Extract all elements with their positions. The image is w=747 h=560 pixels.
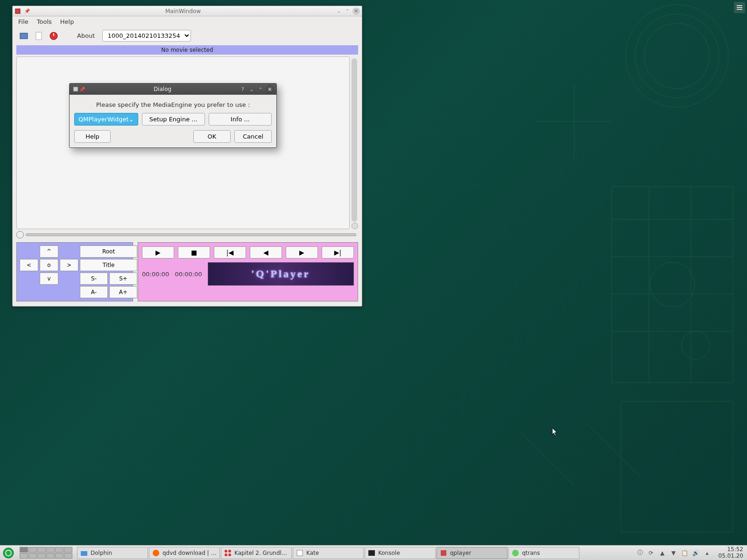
task-item-qplayer[interactable]: qplayer <box>437 547 507 559</box>
clock[interactable]: 15:52 05.01.20 <box>719 546 743 559</box>
dialog-close-icon[interactable]: ✕ <box>266 85 274 93</box>
play-button[interactable]: ▶ <box>142 246 174 259</box>
audio-plus-button[interactable]: A+ <box>109 286 137 298</box>
mouse-cursor <box>552 427 558 437</box>
info-button[interactable]: Info ... <box>209 113 272 126</box>
menu-tools[interactable]: Tools <box>37 18 52 25</box>
nav-down-button[interactable]: v <box>40 273 58 285</box>
svg-rect-32 <box>297 550 303 556</box>
svg-rect-20 <box>36 32 42 40</box>
dialog-titlebar[interactable]: 📌 Dialog ? ⌄ ⌃ ✕ <box>70 84 276 95</box>
nav-left-button[interactable]: < <box>20 259 38 271</box>
svg-rect-18 <box>15 9 20 14</box>
playback-panel: ▶ ■ |◀ ◀ ▶ ▶| 00:00:00 00:00:00 'Q'Playe… <box>138 242 358 301</box>
firefox-icon <box>152 549 160 557</box>
media-engine-dialog: 📌 Dialog ? ⌄ ⌃ ✕ Please specify the Medi… <box>69 83 277 148</box>
viewer-scrollbar[interactable] <box>352 56 358 229</box>
tray-bluetooth-icon[interactable]: ▼ <box>670 549 677 557</box>
dialog-message: Please specify the MediaEngine you prefe… <box>74 101 272 108</box>
subtitle-minus-button[interactable]: S- <box>80 273 108 285</box>
task-item-firefox[interactable]: qdvd download | … <box>149 547 220 559</box>
scrollbar-thumb[interactable] <box>352 58 357 222</box>
svg-point-1 <box>635 14 719 98</box>
dialog-ok-button[interactable]: OK <box>193 130 231 143</box>
maximize-icon[interactable]: ⌃ <box>344 8 351 14</box>
forward-button[interactable]: ▶ <box>286 246 318 259</box>
engine-selected-label: QMPlayerWidget <box>78 116 129 123</box>
tray-clipboard-icon[interactable]: 📋 <box>681 549 689 557</box>
qplayer-icon <box>440 549 447 557</box>
engine-select[interactable]: QMPlayerWidget ⌄ <box>74 113 138 126</box>
rewind-button[interactable]: ◀ <box>250 246 282 259</box>
dialog-pin-icon[interactable]: 📌 <box>79 86 85 92</box>
tray-expand-icon[interactable]: ▴ <box>704 549 711 557</box>
task-item-kate[interactable]: Kate <box>293 547 364 559</box>
about-label[interactable]: About <box>77 32 95 39</box>
kate-icon <box>296 549 303 557</box>
tray-volume-icon[interactable]: 🔊 <box>692 549 700 557</box>
nav-ok-button[interactable]: o <box>40 259 58 271</box>
tray-network-icon[interactable]: ▲ <box>659 549 666 557</box>
menu-file[interactable]: File <box>18 18 28 25</box>
menu-help[interactable]: Help <box>60 18 74 25</box>
toolbar-power-icon[interactable] <box>48 30 59 42</box>
app-icon <box>14 8 21 14</box>
toolbar-open-icon[interactable] <box>18 30 29 42</box>
scrollbar-handle[interactable] <box>352 223 358 229</box>
stop-button[interactable]: ■ <box>178 246 210 259</box>
desktop-blueprint-pattern <box>490 0 747 541</box>
svg-point-11 <box>682 331 710 359</box>
help-icon <box>224 549 232 557</box>
dialog-app-icon <box>72 86 79 92</box>
nav-up-button[interactable]: ^ <box>40 245 58 258</box>
toolbar-new-icon[interactable] <box>33 30 44 42</box>
svg-point-29 <box>228 550 231 553</box>
seek-slider[interactable] <box>16 231 358 238</box>
next-button[interactable]: ▶| <box>322 246 354 259</box>
svg-point-24 <box>3 548 14 558</box>
desktop-menu-button[interactable] <box>734 2 745 13</box>
svg-rect-23 <box>73 87 78 91</box>
window-title: MainWindow <box>30 8 336 14</box>
dialog-help-icon[interactable]: ? <box>240 86 246 92</box>
subtitle-plus-button[interactable]: S+ <box>109 273 137 285</box>
dialog-cancel-button[interactable]: Cancel <box>234 130 272 143</box>
tray-update-icon[interactable]: ⟳ <box>648 549 655 557</box>
svg-rect-3 <box>612 187 733 383</box>
tray-info-icon[interactable]: ⓘ <box>636 549 644 557</box>
main-window-titlebar[interactable]: 📌 MainWindow ⌄ ⌃ ✕ <box>13 6 362 16</box>
setup-engine-button[interactable]: Setup Engine ... <box>142 113 205 126</box>
prev-button[interactable]: |◀ <box>214 246 246 259</box>
status-bar: No movie selected <box>16 45 358 55</box>
dialog-shade-down-icon[interactable]: ⌄ <box>248 86 255 92</box>
minimize-icon[interactable]: ⌄ <box>336 8 342 14</box>
task-item-qtrans[interactable]: qtrans <box>508 547 579 559</box>
svg-point-10 <box>650 262 695 307</box>
nav-root-button[interactable]: Root <box>80 245 137 258</box>
dialog-shade-up-icon[interactable]: ⌃ <box>257 86 264 92</box>
task-item-dolphin[interactable]: Dolphin <box>77 547 148 559</box>
task-item-help[interactable]: Kapitel 2. Grundl… <box>221 547 292 559</box>
nav-right-button[interactable]: > <box>60 259 78 271</box>
desktop-pager[interactable] <box>20 547 72 559</box>
audio-minus-button[interactable]: A- <box>80 286 108 298</box>
svg-rect-34 <box>441 550 446 556</box>
clock-time: 15:52 <box>719 546 743 553</box>
close-icon[interactable]: ✕ <box>352 7 360 15</box>
dialog-help-button[interactable]: Help <box>74 130 111 143</box>
seek-handle[interactable] <box>16 231 24 238</box>
task-item-konsole[interactable]: Konsole <box>365 547 436 559</box>
pin-icon[interactable]: 📌 <box>24 8 30 14</box>
svg-point-27 <box>153 550 159 556</box>
svg-point-35 <box>512 550 519 556</box>
svg-rect-12 <box>621 401 733 532</box>
menubar: File Tools Help <box>13 16 362 27</box>
nav-title-button[interactable]: Title <box>80 259 137 271</box>
seek-track[interactable] <box>26 233 356 236</box>
chevron-down-icon: ⌄ <box>129 116 134 123</box>
player-logo: 'Q'Player <box>208 262 354 286</box>
file-select[interactable]: 1000_20140210133254.vob <box>102 30 191 42</box>
system-tray: ⓘ ⟳ ▲ ▼ 📋 🔊 ▴ <box>636 549 711 557</box>
start-button[interactable] <box>1 546 16 560</box>
folder-icon <box>80 549 88 557</box>
